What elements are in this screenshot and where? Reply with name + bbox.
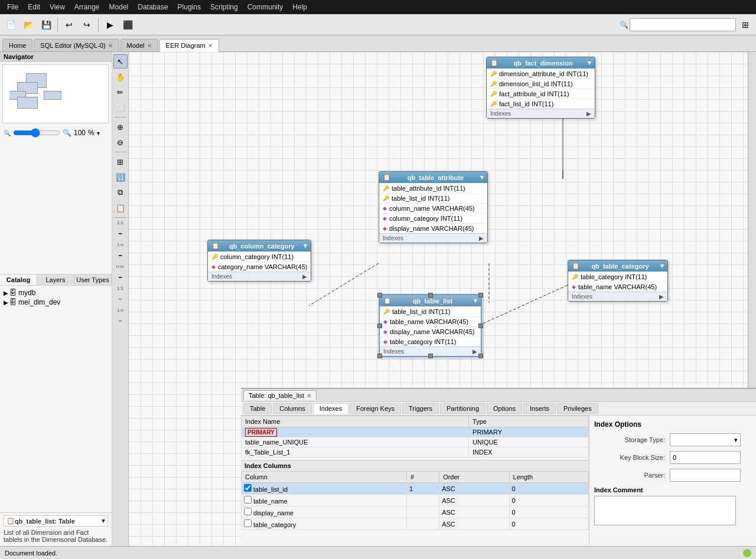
eer-canvas[interactable]: 📋 qb_fact_dimension ▾ 🔑 dimension_attrib… <box>129 52 756 559</box>
resize-tm[interactable] <box>428 293 433 298</box>
prop-tab-table[interactable]: Table <box>243 403 272 414</box>
menu-community[interactable]: Community <box>243 2 288 12</box>
table-tab[interactable]: Table: qb_table_list ✕ <box>243 390 317 400</box>
tool-rel-11[interactable]: ━ <box>113 227 128 241</box>
resize-tr[interactable] <box>478 293 483 298</box>
menu-model[interactable]: Model <box>105 2 133 12</box>
idxcol-row-4[interactable]: table_category ASC 0 <box>242 518 589 530</box>
idxcol-cb-3[interactable] <box>244 508 252 515</box>
tree-item-mei-dim-dev[interactable]: ▶ 🗄 mei_dim_dev <box>2 298 109 307</box>
menu-edit[interactable]: Edit <box>23 2 45 12</box>
idxcol-check-1[interactable]: table_list_id <box>242 483 407 495</box>
table-tab-close[interactable]: ✕ <box>307 393 311 399</box>
resize-ml[interactable] <box>377 323 382 328</box>
idxcol-check-3[interactable]: display_name <box>242 506 407 518</box>
tool-zoom-in[interactable]: ⊕ <box>113 120 128 134</box>
search-expand-button[interactable]: ⊞ <box>737 17 754 33</box>
menu-database[interactable]: Database <box>133 2 172 12</box>
info-dropdown-icon[interactable]: ▾ <box>102 517 105 525</box>
eer-table-qb-table-category[interactable]: 📋 qb_table_category ▾ 🔑 table_category I… <box>568 260 668 302</box>
zoom-slider[interactable] <box>13 128 60 138</box>
index-comment-textarea[interactable] <box>594 496 736 525</box>
save-button[interactable]: 💾 <box>38 17 54 33</box>
prop-tab-options[interactable]: Options <box>487 403 522 414</box>
undo-button[interactable]: ↩ <box>61 17 77 33</box>
left-tab-layers[interactable]: Layers <box>37 274 74 285</box>
eer-menu-colcat[interactable]: ▾ <box>304 242 307 250</box>
prop-tab-privileges[interactable]: Privileges <box>557 403 598 414</box>
eer-table-qb-fact-dimension[interactable]: 📋 qb_fact_dimension ▾ 🔑 dimension_attrib… <box>486 57 595 119</box>
idxcol-cb-2[interactable] <box>244 496 252 504</box>
left-tab-catalog[interactable]: Catalog <box>0 274 37 285</box>
stop-button[interactable]: ⬛ <box>119 17 136 33</box>
resize-bm[interactable] <box>428 354 433 358</box>
idxcol-check-4[interactable]: table_category <box>242 518 407 530</box>
zoom-dropdown-icon[interactable]: ▾ <box>97 130 100 136</box>
new-button[interactable]: 📄 <box>2 17 19 33</box>
tool-calc[interactable]: 🔢 <box>113 170 128 184</box>
tree-item-mydb[interactable]: ▶ 🗄 mydb <box>2 288 109 298</box>
eer-table-qb-table-list[interactable]: 📋 qb_table_list ▾ 🔑 table_list_id INT(11… <box>379 294 482 357</box>
eer-table-qb-table-attribute[interactable]: 📋 qb_table_attribute ▾ 🔑 table_attribute… <box>379 171 488 243</box>
menu-arrange[interactable]: Arrange <box>70 2 105 12</box>
eer-footer-colcat[interactable]: Indexes ▶ <box>208 272 311 281</box>
tab-model-close[interactable]: ✕ <box>147 43 152 49</box>
tool-pencil[interactable]: ✏ <box>113 85 128 99</box>
menu-help[interactable]: Help <box>288 2 312 12</box>
tab-sql-editor[interactable]: SQL Editor (MySQL-0) ✕ <box>34 39 119 51</box>
eer-menu-fact[interactable]: ▾ <box>588 59 591 67</box>
idx-row-fk[interactable]: fk_Table_List_1 INDEX <box>242 447 589 457</box>
idxcol-cb-1[interactable] <box>244 484 252 492</box>
idxcol-row-2[interactable]: table_name ASC 0 <box>242 495 589 506</box>
resize-br[interactable] <box>478 354 483 358</box>
tool-rel-1no[interactable]: ╌ <box>113 314 128 328</box>
eer-footer-tc[interactable]: Indexes ▶ <box>568 292 667 301</box>
prop-tab-triggers[interactable]: Triggers <box>402 403 439 414</box>
idx-row-primary[interactable]: PRIMARY PRIMARY <box>242 427 589 437</box>
tool-paste[interactable]: 📋 <box>113 201 128 215</box>
prop-tab-inserts[interactable]: Inserts <box>523 403 556 414</box>
resize-tl[interactable] <box>377 293 382 298</box>
menu-scripting[interactable]: Scripting <box>206 2 243 12</box>
tool-hand[interactable]: ✋ <box>113 70 128 84</box>
search-input[interactable] <box>630 18 736 31</box>
eer-footer-attr[interactable]: Indexes ▶ <box>379 233 487 243</box>
key-block-size-input[interactable] <box>670 451 741 464</box>
tab-sql-editor-close[interactable]: ✕ <box>108 43 113 49</box>
resize-bl[interactable] <box>377 354 382 358</box>
tab-eer-diagram-close[interactable]: ✕ <box>208 43 213 49</box>
eer-menu-tl[interactable]: ▾ <box>474 297 477 305</box>
menu-file[interactable]: File <box>2 2 23 12</box>
menu-view[interactable]: View <box>45 2 70 12</box>
menu-plugins[interactable]: Plugins <box>173 2 206 12</box>
idxcol-cb-4[interactable] <box>244 519 252 527</box>
redo-button[interactable]: ↪ <box>79 17 95 33</box>
idx-row-unique[interactable]: table_name_UNIQUE UNIQUE <box>242 437 589 447</box>
tab-model[interactable]: Model ✕ <box>120 39 158 51</box>
storage-type-dropdown[interactable]: ▾ <box>670 433 741 446</box>
tab-eer-diagram[interactable]: EER Diagram ✕ <box>159 39 219 52</box>
tool-rel-11o[interactable]: ╌ <box>113 292 128 306</box>
tab-home[interactable]: Home <box>2 39 32 51</box>
eer-footer-fact[interactable]: Indexes ▶ <box>487 109 595 118</box>
resize-mr[interactable] <box>478 323 483 328</box>
eer-menu-tc[interactable]: ▾ <box>660 262 664 270</box>
idxcol-check-2[interactable]: table_name <box>242 495 407 506</box>
tool-rel-nn[interactable]: ━ <box>113 270 128 285</box>
parser-input[interactable] <box>670 469 741 482</box>
tool-rect[interactable]: ⬜ <box>113 100 128 115</box>
eer-table-qb-column-category[interactable]: 📋 qb_column_category ▾ 🔑 column_category… <box>207 240 311 282</box>
execute-button[interactable]: ▶ <box>102 17 118 33</box>
prop-tab-indexes[interactable]: Indexes <box>313 403 349 414</box>
tool-zoom-out[interactable]: ⊖ <box>113 135 128 149</box>
open-button[interactable]: 📂 <box>20 17 37 33</box>
prop-tab-foreign-keys[interactable]: Foreign Keys <box>350 403 401 414</box>
tool-arrow[interactable]: ↖ <box>113 54 128 68</box>
prop-tab-partitioning[interactable]: Partitioning <box>440 403 485 414</box>
tool-copy[interactable]: ⧉ <box>113 185 128 200</box>
tool-rel-1n[interactable]: ━ <box>113 249 128 263</box>
left-tab-user-types[interactable]: User Types <box>74 274 112 285</box>
idxcol-row-3[interactable]: display_name ASC 0 <box>242 506 589 518</box>
idxcol-row-1[interactable]: table_list_id 1 ASC 0 <box>242 483 589 495</box>
eer-menu-attr[interactable]: ▾ <box>480 174 484 181</box>
